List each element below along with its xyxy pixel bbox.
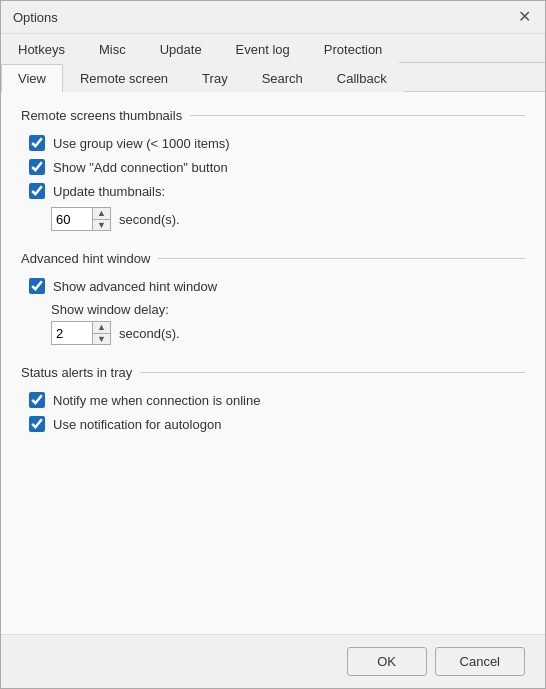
tab-protection[interactable]: Protection [307,35,400,63]
options-dialog: Options ✕ Hotkeys Misc Update Event log … [0,0,546,689]
ok-button[interactable]: OK [347,647,427,676]
thumbnails-spin-buttons: ▲ ▼ [92,208,110,230]
checkbox-notify-online-row: Notify me when connection is online [21,392,525,408]
footer: OK Cancel [1,634,545,688]
checkbox-group-view[interactable] [29,135,45,151]
section-hint-header: Advanced hint window [21,251,525,266]
hint-spin-label: second(s). [119,326,180,341]
content-area: Remote screens thumbnails Use group view… [1,92,545,634]
section-status-header: Status alerts in tray [21,365,525,380]
tab-event-log[interactable]: Event log [219,35,307,63]
checkbox-notify-online-label: Notify me when connection is online [53,393,260,408]
thumbnails-spin-wrap: ▲ ▼ [51,207,111,231]
section-status-title: Status alerts in tray [21,365,132,380]
hint-spin-down[interactable]: ▼ [93,334,110,345]
checkbox-add-connection-row: Show "Add connection" button [21,159,525,175]
tab-view[interactable]: View [1,64,63,92]
section-status-line [140,372,525,373]
checkbox-autologon-row: Use notification for autologon [21,416,525,432]
checkbox-group-view-row: Use group view (< 1000 items) [21,135,525,151]
tab-search[interactable]: Search [245,64,320,92]
section-thumbnails-title: Remote screens thumbnails [21,108,182,123]
section-thumbnails: Remote screens thumbnails Use group view… [21,108,525,231]
checkbox-add-connection[interactable] [29,159,45,175]
tab-tray[interactable]: Tray [185,64,245,92]
tab-remote-screen[interactable]: Remote screen [63,64,185,92]
title-bar: Options ✕ [1,1,545,34]
checkbox-autologon[interactable] [29,416,45,432]
section-hint-window: Advanced hint window Show advanced hint … [21,251,525,345]
cancel-button[interactable]: Cancel [435,647,525,676]
tab-callback[interactable]: Callback [320,64,404,92]
checkbox-notify-online[interactable] [29,392,45,408]
thumbnails-spin-up[interactable]: ▲ [93,208,110,220]
checkbox-update-thumbnails[interactable] [29,183,45,199]
checkbox-autologon-label: Use notification for autologon [53,417,221,432]
tabs-row-2: View Remote screen Tray Search Callback [1,63,545,92]
checkbox-update-thumbnails-label: Update thumbnails: [53,184,165,199]
checkbox-show-hint-label: Show advanced hint window [53,279,217,294]
tab-update[interactable]: Update [143,35,219,63]
checkbox-show-hint-row: Show advanced hint window [21,278,525,294]
tab-misc[interactable]: Misc [82,35,143,63]
hint-spin-input[interactable] [52,322,92,344]
hint-delay-label-row: Show window delay: [21,302,525,317]
section-hint-title: Advanced hint window [21,251,150,266]
section-hint-line [158,258,525,259]
hint-spin-wrap: ▲ ▼ [51,321,111,345]
section-status-alerts: Status alerts in tray Notify me when con… [21,365,525,432]
hint-spin-row: ▲ ▼ second(s). [21,321,525,345]
section-thumbnails-header: Remote screens thumbnails [21,108,525,123]
hint-spin-buttons: ▲ ▼ [92,322,110,344]
thumbnails-spin-down[interactable]: ▼ [93,220,110,231]
hint-delay-label: Show window delay: [51,302,169,317]
dialog-title: Options [13,10,58,25]
thumbnails-spin-label: second(s). [119,212,180,227]
checkbox-add-connection-label: Show "Add connection" button [53,160,228,175]
tab-hotkeys[interactable]: Hotkeys [1,35,82,63]
tabs-row-1: Hotkeys Misc Update Event log Protection [1,34,545,63]
close-button[interactable]: ✕ [516,9,533,25]
checkbox-update-thumbnails-row: Update thumbnails: [21,183,525,199]
section-thumbnails-line [190,115,525,116]
checkbox-group-view-label: Use group view (< 1000 items) [53,136,230,151]
hint-spin-up[interactable]: ▲ [93,322,110,334]
thumbnails-spin-input[interactable] [52,208,92,230]
checkbox-show-hint[interactable] [29,278,45,294]
thumbnails-spin-row: ▲ ▼ second(s). [21,207,525,231]
